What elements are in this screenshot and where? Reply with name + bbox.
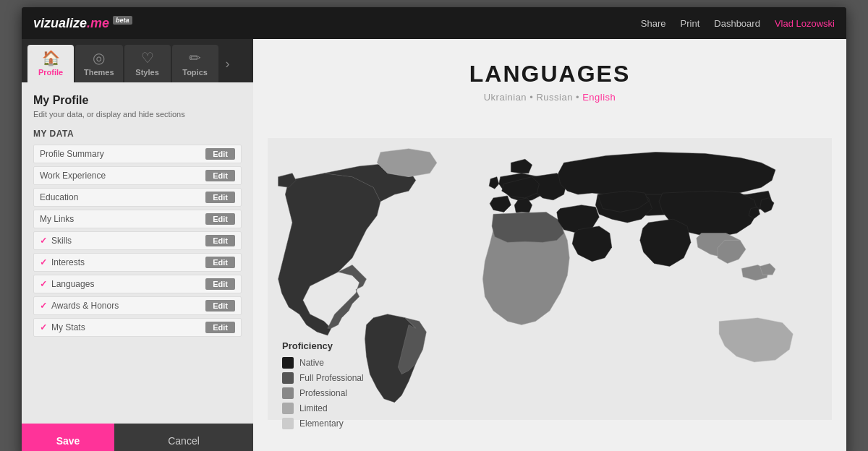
profile-subtitle: Edit your data, or display and hide sect… xyxy=(33,110,242,119)
cancel-button[interactable]: Cancel xyxy=(114,424,253,451)
edit-button-my-links[interactable]: Edit xyxy=(205,213,235,225)
languages-subtitle: Ukrainian • Russian • English xyxy=(484,92,616,103)
row-label-education: Education xyxy=(40,192,78,202)
elementary-swatch xyxy=(282,418,294,429)
row-label-skills: ✓ Skills xyxy=(40,236,72,246)
tab-bar: 🏠 Profile ◎ Themes ♡ Styles ✏ Topics › xyxy=(22,39,253,82)
proficiency-title: Proficiency xyxy=(282,340,364,351)
section-header: My Data xyxy=(33,129,242,139)
list-item: Limited xyxy=(282,403,364,414)
edit-button-my-stats[interactable]: Edit xyxy=(205,322,235,333)
list-item: Elementary xyxy=(282,418,364,429)
logo: vizualize.me beta xyxy=(33,16,132,31)
list-item: Full Professional xyxy=(282,372,364,384)
content-area: LANGUAGES Ukrainian • Russian • English xyxy=(253,39,846,451)
full-professional-swatch xyxy=(282,372,294,384)
row-label-my-links: My Links xyxy=(40,214,74,224)
proficiency-native: Native xyxy=(299,358,324,368)
tab-themes[interactable]: ◎ Themes xyxy=(75,45,123,82)
data-rows: Profile Summary Edit Work Experience Edi… xyxy=(33,145,242,337)
row-label-awards: ✓ Awards & Honors xyxy=(40,301,119,311)
tab-topics[interactable]: ✏ Topics xyxy=(172,45,218,82)
proficiency-elementary: Elementary xyxy=(299,418,344,429)
row-label-languages: ✓ Languages xyxy=(40,279,94,289)
proficiency-limited: Limited xyxy=(299,403,328,413)
edit-button-education[interactable]: Edit xyxy=(205,192,235,203)
page-title: LANGUAGES xyxy=(469,61,630,87)
edit-button-interests[interactable]: Edit xyxy=(205,257,235,268)
proficiency-professional: Professional xyxy=(299,388,347,398)
table-row: Profile Summary Edit xyxy=(33,145,242,163)
sidebar-actions: Save Cancel xyxy=(22,424,253,451)
tab-styles-label: Styles xyxy=(135,68,158,77)
topics-icon: ✏ xyxy=(189,49,201,66)
themes-icon: ◎ xyxy=(93,49,105,66)
main-layout: 🏠 Profile ◎ Themes ♡ Styles ✏ Topics › xyxy=(22,39,846,451)
row-label-interests: ✓ Interests xyxy=(40,257,85,267)
lang-english: English xyxy=(582,92,616,103)
table-row: ✓ My Stats Edit xyxy=(33,318,242,337)
table-row: ✓ Skills Edit xyxy=(33,231,242,250)
row-label-my-stats: ✓ My Stats xyxy=(40,322,85,332)
list-item: Professional xyxy=(282,387,364,399)
checkmark-skills: ✓ xyxy=(40,236,47,246)
proficiency-full-professional: Full Professional xyxy=(299,373,364,383)
save-button[interactable]: Save xyxy=(22,424,114,451)
edit-button-languages[interactable]: Edit xyxy=(205,278,235,290)
list-item: Native xyxy=(282,357,364,369)
nav-links: Share Print Dashboard Vlad Lozowski xyxy=(641,18,835,29)
proficiency-legend: Proficiency Native Full Professional xyxy=(282,340,364,429)
table-row: Work Experience Edit xyxy=(33,166,242,185)
checkmark-my-stats: ✓ xyxy=(40,322,47,332)
lang-ukrainian: Ukrainian xyxy=(484,92,527,103)
profile-panel: My Profile Edit your data, or display an… xyxy=(22,82,253,424)
top-nav: vizualize.me beta Share Print Dashboard … xyxy=(22,7,846,39)
logo-area: vizualize.me beta xyxy=(33,16,132,31)
row-label-work-experience: Work Experience xyxy=(40,171,106,181)
checkmark-languages: ✓ xyxy=(40,279,47,289)
table-row: My Links Edit xyxy=(33,210,242,228)
nav-print[interactable]: Print xyxy=(681,18,700,29)
tab-styles[interactable]: ♡ Styles xyxy=(124,45,171,82)
professional-swatch xyxy=(282,387,294,399)
nav-user[interactable]: Vlad Lozowski xyxy=(775,18,835,29)
table-row: ✓ Awards & Honors Edit xyxy=(33,296,242,315)
edit-button-profile-summary[interactable]: Edit xyxy=(205,148,235,160)
limited-swatch xyxy=(282,403,294,414)
home-icon: 🏠 xyxy=(42,49,60,66)
sidebar: 🏠 Profile ◎ Themes ♡ Styles ✏ Topics › xyxy=(22,39,253,451)
checkmark-awards: ✓ xyxy=(40,301,47,311)
table-row: ✓ Languages Edit xyxy=(33,275,242,293)
app-window: vizualize.me beta Share Print Dashboard … xyxy=(22,7,846,451)
proficiency-items: Native Full Professional Professional xyxy=(282,357,364,429)
table-row: Education Edit xyxy=(33,188,242,207)
table-row: ✓ Interests Edit xyxy=(33,253,242,272)
edit-button-awards[interactable]: Edit xyxy=(205,300,235,312)
lang-sep2: • xyxy=(576,92,582,103)
tab-profile-label: Profile xyxy=(38,68,63,77)
tab-profile[interactable]: 🏠 Profile xyxy=(27,45,74,82)
chevron-right-icon: › xyxy=(223,56,233,72)
profile-title: My Profile xyxy=(33,94,242,107)
nav-share[interactable]: Share xyxy=(641,18,666,29)
tab-themes-label: Themes xyxy=(84,68,114,77)
lang-russian: Russian xyxy=(536,92,572,103)
nav-dashboard[interactable]: Dashboard xyxy=(714,18,760,29)
beta-badge: beta xyxy=(113,16,132,25)
edit-button-work-experience[interactable]: Edit xyxy=(205,170,235,181)
styles-icon: ♡ xyxy=(141,49,154,66)
row-label-profile-summary: Profile Summary xyxy=(40,149,104,159)
edit-button-skills[interactable]: Edit xyxy=(205,235,235,246)
checkmark-interests: ✓ xyxy=(40,257,47,267)
world-map-container: Proficiency Native Full Professional xyxy=(268,114,832,444)
tab-topics-label: Topics xyxy=(182,68,208,77)
native-swatch xyxy=(282,357,294,369)
